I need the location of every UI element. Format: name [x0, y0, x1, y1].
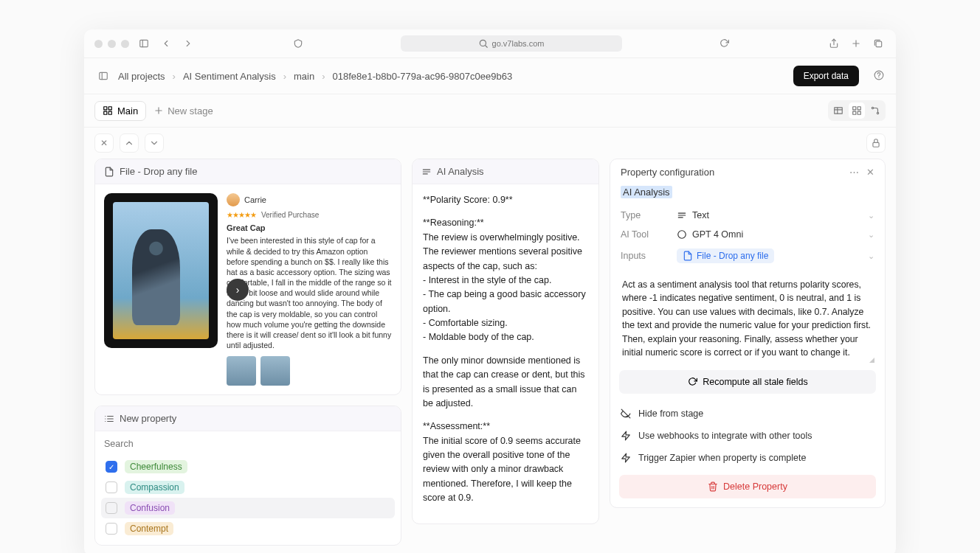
- review-thumbnails: [227, 356, 392, 386]
- property-option[interactable]: Contempt: [101, 518, 395, 539]
- search-input[interactable]: [104, 436, 392, 452]
- reasoning-bullets: - Interest in the style of the cap.- The…: [423, 275, 586, 343]
- share-icon[interactable]: [827, 36, 841, 51]
- hide-action[interactable]: Hide from stage: [610, 403, 885, 425]
- reload-icon[interactable]: [717, 36, 731, 51]
- file-card-header: File - Drop any file: [95, 159, 401, 184]
- type-row[interactable]: Type Text ⌄: [610, 206, 885, 225]
- plus-icon: [153, 105, 164, 116]
- assessment-body: The initial score of 0.9 seems accurate …: [423, 436, 581, 504]
- more-icon[interactable]: ⋯: [849, 167, 859, 178]
- view-switcher: [828, 100, 886, 121]
- reasoning-heading: **Reasoning:**: [423, 218, 484, 228]
- view-flow-icon[interactable]: [867, 102, 883, 119]
- property-tag: Confusion: [125, 501, 175, 515]
- view-grid-icon[interactable]: [849, 102, 865, 119]
- url-text: go.v7labs.com: [492, 39, 545, 48]
- prev-button[interactable]: [120, 133, 139, 153]
- svg-rect-7: [876, 41, 882, 47]
- property-name: AI Analysis: [610, 185, 885, 206]
- list-icon: [104, 414, 114, 424]
- url-bar[interactable]: go.v7labs.com: [401, 35, 622, 52]
- panel-icon[interactable]: [96, 69, 111, 83]
- zapier-action[interactable]: Trigger Zapier when property is complete: [610, 447, 885, 469]
- lock-button[interactable]: [866, 133, 886, 153]
- review-body: I've been interested in this style of ca…: [227, 235, 392, 350]
- trash-icon: [708, 481, 718, 492]
- carousel-next[interactable]: ›: [227, 279, 249, 301]
- breadcrumb-item[interactable]: AI Sentiment Analysis: [183, 71, 276, 82]
- property-option[interactable]: Compassion: [101, 477, 395, 498]
- new-stage-button[interactable]: New stage: [153, 105, 213, 116]
- tabs-icon[interactable]: [871, 36, 886, 51]
- verified-label: Verified Purchase: [261, 211, 319, 219]
- file-body: ‹ › Carrie ★★★★★ Verified Purchase Great…: [95, 184, 401, 394]
- thumbnail[interactable]: [227, 356, 256, 386]
- new-tab-icon[interactable]: [849, 36, 863, 51]
- nav-back-icon[interactable]: [159, 36, 173, 51]
- close-icon[interactable]: ✕: [866, 167, 874, 178]
- text-type-icon: [677, 210, 687, 220]
- property-option[interactable]: Confusion: [101, 498, 395, 518]
- property-config-card: Property configuration ⋯ ✕ AI Analysis T…: [610, 159, 886, 508]
- breadcrumb-item[interactable]: All projects: [118, 71, 165, 82]
- svg-rect-13: [108, 107, 111, 110]
- stage-bar: Main New stage: [84, 94, 896, 128]
- search-icon: [478, 38, 489, 49]
- property-tag: Contempt: [125, 522, 173, 535]
- stage-pill[interactable]: Main: [94, 101, 146, 121]
- product-image: [104, 193, 218, 348]
- breadcrumb-item[interactable]: 018fe8e1-b8b0-779a-ac96-9807c0ee9b63: [333, 71, 513, 82]
- new-property-title: New property: [120, 413, 176, 424]
- breadcrumb-item[interactable]: main: [294, 71, 314, 82]
- ai-tool-row[interactable]: AI Tool GPT 4 Omni ⌄: [610, 225, 885, 244]
- review-block: Carrie ★★★★★ Verified Purchase Great Cap…: [227, 193, 392, 386]
- checkbox[interactable]: [106, 481, 117, 493]
- help-icon[interactable]: [874, 70, 884, 83]
- bolt-icon: [621, 453, 631, 463]
- bolt-icon: [621, 431, 631, 441]
- view-table-icon[interactable]: [830, 102, 846, 119]
- new-property-header: New property: [95, 406, 401, 431]
- property-tag: Compassion: [125, 481, 184, 494]
- close-button[interactable]: ✕: [94, 133, 114, 153]
- property-config-title: Property configuration: [621, 167, 714, 178]
- stage-label: Main: [117, 105, 138, 116]
- svg-rect-14: [104, 111, 107, 114]
- export-button[interactable]: Export data: [793, 66, 859, 86]
- svg-rect-15: [108, 111, 111, 114]
- eye-off-icon: [621, 408, 631, 419]
- content-area: File - Drop any file ‹ › Carrie ★★★★★ Ve…: [84, 159, 896, 553]
- checkbox[interactable]: [106, 523, 117, 535]
- nav-forward-icon[interactable]: [181, 36, 196, 51]
- shield-icon[interactable]: [291, 36, 306, 51]
- star-icon: ★★★★★: [227, 211, 256, 219]
- analysis-title: AI Analysis: [437, 166, 484, 177]
- property-search: [95, 431, 401, 456]
- ai-tool-label: AI Tool: [621, 229, 677, 240]
- input-chip[interactable]: File - Drop any file: [677, 248, 774, 263]
- assessment-heading: **Assessment:**: [423, 421, 490, 431]
- inputs-row[interactable]: Inputs File - Drop any file ⌄: [610, 244, 885, 268]
- delete-property-button[interactable]: Delete Property: [619, 475, 876, 498]
- avatar: [227, 193, 240, 206]
- checkbox[interactable]: [106, 502, 117, 514]
- prompt-textarea[interactable]: Act as a sentiment analysis tool that re…: [619, 274, 876, 364]
- checkbox[interactable]: ✓: [106, 461, 117, 473]
- svg-point-40: [678, 231, 686, 239]
- ai-tool-value: GPT 4 Omni: [692, 229, 743, 240]
- thumbnail[interactable]: [260, 356, 290, 386]
- reasoning-intro: The review is overwhelmingly positive. T…: [423, 232, 582, 271]
- toolbar-row: ✕: [84, 128, 896, 159]
- recompute-button[interactable]: Recompute all stale fields: [619, 370, 876, 394]
- type-label: Type: [621, 210, 677, 220]
- property-option[interactable]: ✓Cheerfulness: [101, 456, 395, 477]
- sidebar-toggle-icon[interactable]: [137, 36, 151, 51]
- new-property-card: New property ✓CheerfulnessCompassionConf…: [94, 406, 401, 546]
- next-button[interactable]: [145, 133, 164, 153]
- chevron-icon: ⌄: [868, 211, 874, 220]
- webhooks-action[interactable]: Use webhooks to integrate with other too…: [610, 425, 885, 447]
- text-icon: [421, 167, 432, 177]
- property-list: ✓CheerfulnessCompassionConfusionContempt: [95, 456, 401, 545]
- chevron-icon: ⌄: [868, 230, 874, 240]
